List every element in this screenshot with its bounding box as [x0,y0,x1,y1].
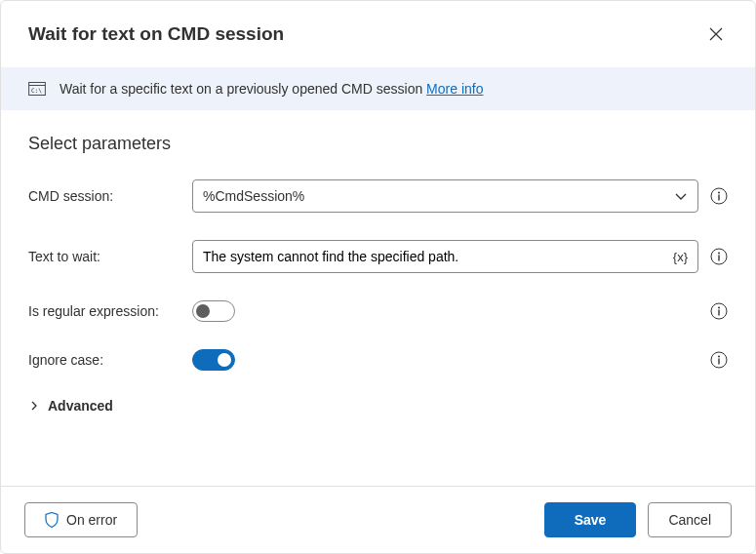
info-icon[interactable] [710,248,728,265]
row-ignore-case: Ignore case: [28,349,728,371]
ignore-case-toggle[interactable] [192,349,235,371]
label-is-regex: Is regular expression: [28,303,192,319]
dialog-header: Wait for text on CMD session [1,1,755,67]
dialog-title: Wait for text on CMD session [28,23,284,45]
variable-token-button[interactable]: {x} [673,250,688,264]
advanced-section-toggle[interactable]: Advanced [28,398,728,414]
is-regex-toggle[interactable] [192,300,235,322]
info-icon[interactable] [710,187,728,205]
svg-point-7 [718,253,720,255]
info-icon[interactable] [710,351,728,369]
dialog-wait-for-text: Wait for text on CMD session C:\ Wait fo… [0,0,756,554]
label-cmd-session: CMD session: [28,188,192,204]
close-button[interactable] [700,19,732,50]
text-to-wait-input-wrapper: {x} [192,240,698,273]
cancel-button[interactable]: Cancel [648,502,732,537]
section-title: Select parameters [28,134,728,154]
advanced-label: Advanced [48,398,113,414]
svg-point-10 [718,307,720,309]
text-to-wait-input[interactable] [203,249,667,264]
row-is-regex: Is regular expression: [28,300,728,322]
shield-icon [45,512,59,528]
svg-rect-8 [718,256,719,261]
cmd-icon: C:\ [28,82,46,96]
cmd-session-select[interactable]: %CmdSession% [192,179,698,213]
svg-rect-5 [718,195,719,201]
svg-point-13 [718,356,720,358]
info-icon[interactable] [710,302,728,320]
footer-right: Save Cancel [544,502,732,537]
svg-text:C:\: C:\ [31,87,42,94]
more-info-link[interactable]: More info [426,81,483,97]
row-text-to-wait: Text to wait: {x} [28,240,728,273]
svg-rect-14 [718,359,719,365]
svg-point-4 [718,192,720,194]
svg-rect-11 [718,310,719,316]
label-ignore-case: Ignore case: [28,352,192,368]
dialog-footer: On error Save Cancel [1,486,755,553]
close-icon [709,27,723,41]
cmd-session-value: %CmdSession% [203,188,674,204]
dialog-content: Select parameters CMD session: %CmdSessi… [1,110,755,486]
info-banner: C:\ Wait for a specific text on a previo… [1,67,755,110]
chevron-down-icon [674,189,688,203]
save-button[interactable]: Save [544,502,637,537]
on-error-button[interactable]: On error [24,502,138,537]
banner-text: Wait for a specific text on a previously… [60,81,483,97]
label-text-to-wait: Text to wait: [28,249,192,264]
row-cmd-session: CMD session: %CmdSession% [28,179,728,213]
chevron-right-icon [28,400,40,412]
